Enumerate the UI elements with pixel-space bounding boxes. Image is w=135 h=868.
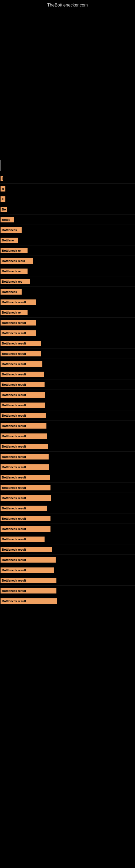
result-row-10: Bottleneck re [0, 266, 135, 276]
result-row-26: Bottleneck result [0, 431, 135, 441]
result-label-40: Bottleneck result [1, 578, 56, 583]
result-label-33: Bottleneck result [1, 506, 47, 511]
result-row-35: Bottleneck result [0, 524, 135, 534]
result-row-5: Bottle [0, 215, 135, 225]
result-label-8: Bottleneck re [1, 248, 28, 253]
result-row-42: Bottleneck result [0, 596, 135, 606]
result-row-33: Bottleneck result [0, 503, 135, 514]
result-row-1: | [0, 173, 135, 184]
result-label-36: Bottleneck result [1, 536, 45, 542]
result-label-27: Bottleneck result [1, 444, 48, 449]
result-label-41: Bottleneck result [1, 588, 56, 593]
result-label-5: Bottle [1, 217, 14, 222]
result-label-28: Bottleneck result [1, 454, 49, 460]
result-row-8: Bottleneck re [0, 246, 135, 256]
result-row-40: Bottleneck result [0, 575, 135, 586]
result-label-30: Bottleneck result [1, 475, 50, 480]
result-row-31: Bottleneck result [0, 483, 135, 493]
result-label-32: Bottleneck result [1, 495, 51, 501]
result-label-38: Bottleneck result [1, 557, 56, 563]
result-row-11: Bottleneck res [0, 276, 135, 287]
result-label-7: Bottlene [1, 238, 18, 243]
site-header: TheBottlenecker.com [0, 0, 135, 9]
result-row-24: Bottleneck result [0, 410, 135, 421]
results-area: |BEBoBottleBottleneckBottleneBottleneck … [0, 160, 135, 606]
result-label-26: Bottleneck result [1, 433, 47, 439]
result-row-21: Bottleneck result [0, 379, 135, 390]
result-label-15: Bottleneck result [1, 320, 36, 326]
result-label-19: Bottleneck result [1, 361, 42, 367]
result-row-4: Bo [0, 204, 135, 215]
result-label-4: Bo [1, 207, 7, 212]
result-row-32: Bottleneck result [0, 493, 135, 503]
result-label-12: Bottleneck [1, 289, 21, 294]
result-label-2: B [1, 186, 5, 191]
result-row-13: Bottleneck result [0, 297, 135, 307]
result-row-14: Bottleneck re [0, 307, 135, 318]
result-row-27: Bottleneck result [0, 441, 135, 452]
main-chart [0, 9, 135, 158]
results-list: |BEBoBottleBottleneckBottleneBottleneck … [0, 173, 135, 606]
result-label-13: Bottleneck result [1, 300, 36, 305]
result-label-3: E [1, 196, 5, 202]
result-row-15: Bottleneck result [0, 318, 135, 328]
result-row-18: Bottleneck result [0, 348, 135, 359]
result-row-30: Bottleneck result [0, 472, 135, 483]
result-row-39: Bottleneck result [0, 565, 135, 575]
result-row-7: Bottlene [0, 235, 135, 246]
result-row-28: Bottleneck result [0, 452, 135, 462]
result-label-10: Bottleneck re [1, 269, 28, 274]
result-row-36: Bottleneck result [0, 534, 135, 545]
result-label-21: Bottleneck result [1, 382, 45, 388]
result-row-3: E [0, 194, 135, 204]
result-row-25: Bottleneck result [0, 421, 135, 431]
result-row-9: Bottleneck resul [0, 256, 135, 266]
result-row-19: Bottleneck result [0, 359, 135, 369]
result-row-17: Bottleneck result [0, 338, 135, 348]
result-label-24: Bottleneck result [1, 413, 46, 418]
result-row-29: Bottleneck result [0, 462, 135, 472]
result-label-31: Bottleneck result [1, 485, 50, 490]
result-label-9: Bottleneck resul [1, 258, 33, 264]
result-label-22: Bottleneck result [1, 392, 45, 398]
result-row-34: Bottleneck result [0, 514, 135, 524]
result-label-6: Bottleneck [1, 227, 21, 233]
result-label-29: Bottleneck result [1, 464, 49, 470]
result-label-18: Bottleneck result [1, 351, 41, 356]
result-label-1: | [1, 176, 3, 181]
result-label-39: Bottleneck result [1, 567, 54, 573]
result-label-17: Bottleneck result [1, 341, 41, 346]
result-row-2: B [0, 184, 135, 194]
result-row-23: Bottleneck result [0, 400, 135, 410]
result-label-25: Bottleneck result [1, 423, 46, 429]
result-row-20: Bottleneck result [0, 369, 135, 379]
result-row-37: Bottleneck result [0, 545, 135, 555]
result-label-37: Bottleneck result [1, 547, 52, 552]
result-row-41: Bottleneck result [0, 586, 135, 596]
result-row-22: Bottleneck result [0, 390, 135, 400]
cursor-indicator [1, 160, 1, 171]
result-row-12: Bottleneck [0, 287, 135, 297]
result-label-14: Bottleneck re [1, 310, 28, 315]
result-row-6: Bottleneck [0, 225, 135, 235]
result-label-11: Bottleneck res [1, 279, 30, 284]
result-label-35: Bottleneck result [1, 526, 50, 532]
result-label-23: Bottleneck result [1, 403, 45, 408]
result-row-38: Bottleneck result [0, 555, 135, 565]
result-label-42: Bottleneck result [1, 598, 57, 604]
result-row-16: Bottleneck result [0, 328, 135, 338]
site-title: TheBottlenecker.com [0, 0, 135, 9]
result-label-16: Bottleneck result [1, 330, 36, 336]
result-label-20: Bottleneck result [1, 372, 44, 377]
result-label-34: Bottleneck result [1, 516, 50, 521]
